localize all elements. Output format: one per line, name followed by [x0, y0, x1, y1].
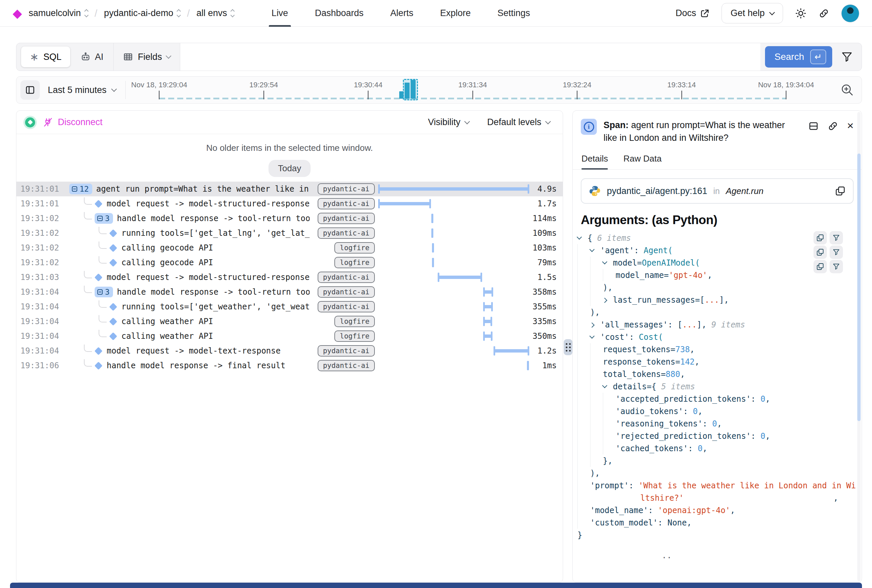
- scope-tag: pydantic-ai: [318, 228, 375, 239]
- collapse-badge[interactable]: 3: [94, 213, 113, 224]
- span-diamond-icon: [109, 317, 117, 326]
- chevron-right-icon[interactable]: [603, 298, 613, 302]
- trace-row[interactable]: 19:31:04 3 handle model response -> tool…: [16, 285, 563, 299]
- copy-button[interactable]: [814, 246, 827, 259]
- chevron-down-icon[interactable]: [603, 385, 613, 388]
- trace-row[interactable]: 19:31:02 3 handle model response -> tool…: [16, 211, 563, 226]
- copy-button[interactable]: [814, 231, 827, 244]
- code-token: ,: [717, 419, 722, 429]
- span-title: Span: agent run prompt=What is the weath…: [604, 119, 791, 144]
- collapsed-ellipsis[interactable]: ..: [662, 550, 862, 560]
- code-token: [: [700, 296, 704, 305]
- copy-icon: [816, 262, 824, 271]
- chevron-right-icon[interactable]: [590, 323, 600, 327]
- share-link-button[interactable]: [818, 8, 829, 19]
- filter-button[interactable]: [830, 260, 843, 273]
- trace-row[interactable]: 19:31:01 model request -> model-structur…: [16, 196, 563, 211]
- docs-link[interactable]: Docs: [676, 8, 710, 18]
- tab-settings[interactable]: Settings: [497, 0, 530, 27]
- code-token: 0: [760, 394, 765, 404]
- default-levels-dropdown[interactable]: Default levels: [487, 117, 550, 128]
- logfire-logo-icon[interactable]: ◆: [13, 8, 22, 20]
- theme-toggle-button[interactable]: [795, 8, 806, 19]
- trace-row[interactable]: 19:31:04 model request -> model-text-res…: [16, 344, 563, 358]
- visibility-dropdown[interactable]: Visibility: [428, 117, 469, 128]
- timeline-tick-label: Nov 18, 19:29:04: [131, 81, 187, 89]
- horizontal-scrollbar[interactable]: [10, 583, 862, 588]
- user-avatar[interactable]: [841, 4, 859, 22]
- trace-row[interactable]: 19:31:04 calling weather API logfire 350…: [16, 329, 563, 344]
- today-pill[interactable]: Today: [268, 160, 310, 177]
- trace-row[interactable]: 19:31:03 model request -> model-structur…: [16, 270, 563, 285]
- fields-dropdown[interactable]: Fields: [113, 43, 180, 70]
- breadcrumb-item[interactable]: all envs: [196, 8, 234, 18]
- trace-row[interactable]: 19:31:04 running tools=['get_weather', '…: [16, 299, 563, 314]
- tab-live[interactable]: Live: [271, 0, 288, 27]
- indent-guide: [603, 430, 616, 442]
- filter-button[interactable]: [841, 51, 853, 63]
- close-icon[interactable]: ×: [847, 120, 854, 131]
- python-icon: [589, 185, 601, 197]
- scope-tag: logfire: [334, 330, 375, 342]
- filter-button[interactable]: [830, 231, 843, 244]
- bar-cell: [378, 196, 529, 211]
- zoom-in-button[interactable]: [840, 83, 854, 97]
- span-diamond-icon: [109, 244, 117, 252]
- detail-tab-details[interactable]: Details: [581, 153, 608, 169]
- dock-panel-button[interactable]: [808, 121, 819, 132]
- breadcrumb-item[interactable]: pydantic-ai-demo: [104, 8, 180, 18]
- code-line: },: [577, 454, 862, 467]
- scrollbar-thumb[interactable]: [857, 153, 861, 421]
- timeline-chart[interactable]: Nov 18, 19:29:0419:29:5419:30:4419:31:34…: [126, 76, 838, 104]
- collapse-badge[interactable]: 12: [69, 184, 92, 194]
- copy-source-button[interactable]: [835, 186, 846, 196]
- code-token: 'What is the weather like in London and …: [638, 481, 856, 490]
- ai-label: AI: [95, 52, 103, 62]
- code-token: :: [668, 320, 677, 330]
- chevron-down-icon[interactable]: [590, 335, 600, 339]
- collapse-badge[interactable]: 3: [94, 286, 113, 297]
- tab-dashboards[interactable]: Dashboards: [315, 0, 364, 27]
- chevron-down-icon[interactable]: [603, 261, 613, 265]
- trace-row[interactable]: 19:31:04 calling weather API logfire 335…: [16, 314, 563, 329]
- trace-tree-cell: calling weather API: [60, 314, 310, 329]
- histogram-selection[interactable]: [403, 79, 418, 100]
- sidebar-toggle-button[interactable]: [20, 80, 40, 100]
- trace-row[interactable]: 19:31:02 calling geocode API logfire 103…: [16, 240, 563, 255]
- trace-row[interactable]: 19:31:01 12 agent run prompt=What is the…: [16, 182, 563, 196]
- breadcrumb-item[interactable]: samuelcolvin: [29, 8, 88, 18]
- code-token: :: [683, 407, 693, 416]
- detail-header: i Span: agent run prompt=What is the wea…: [573, 111, 862, 144]
- scope-tag: logfire: [334, 316, 375, 327]
- duration-text: 350ms: [529, 332, 563, 341]
- search-input[interactable]: [180, 43, 760, 70]
- chevron-down-icon[interactable]: [577, 236, 587, 240]
- time-range-dropdown[interactable]: Last 5 minutes: [48, 85, 116, 95]
- tree-connector: [99, 315, 107, 322]
- get-help-button[interactable]: Get help: [722, 3, 783, 23]
- search-button[interactable]: Search ↵: [765, 46, 832, 68]
- detail-tab-raw-data[interactable]: Raw Data: [623, 153, 661, 169]
- sql-mode-button[interactable]: ∗ SQL: [21, 46, 70, 67]
- indent-guide: [577, 306, 590, 318]
- trace-row[interactable]: 19:31:06 handle model response -> final …: [16, 358, 563, 373]
- span-label: handle model response -> tool-return too…: [117, 214, 310, 223]
- chevron-down-icon[interactable]: [590, 249, 600, 252]
- trace-panel-controls: Visibility Default levels: [428, 117, 554, 128]
- panel-resize-handle[interactable]: [564, 339, 572, 355]
- disconnect-button[interactable]: Disconnect: [43, 117, 103, 128]
- copy-button[interactable]: [814, 260, 827, 273]
- code-token: :: [688, 444, 698, 453]
- indent-guide: [577, 256, 590, 269]
- code-token: ,: [765, 432, 770, 441]
- tab-explore[interactable]: Explore: [440, 0, 471, 27]
- source-location[interactable]: pydantic_ai/agent.py:161 in Agent.run: [581, 178, 854, 204]
- tab-alerts[interactable]: Alerts: [390, 0, 413, 27]
- duration-bar: [483, 302, 493, 311]
- trace-row[interactable]: 19:31:02 calling geocode API logfire 79m…: [16, 255, 563, 270]
- trace-timestamp: 19:31:06: [16, 361, 60, 370]
- copy-link-button[interactable]: [827, 121, 838, 132]
- trace-row[interactable]: 19:31:02 running tools=['get_lat_lng', '…: [16, 226, 563, 240]
- filter-button[interactable]: [830, 246, 843, 259]
- ai-mode-button[interactable]: AI: [80, 51, 103, 62]
